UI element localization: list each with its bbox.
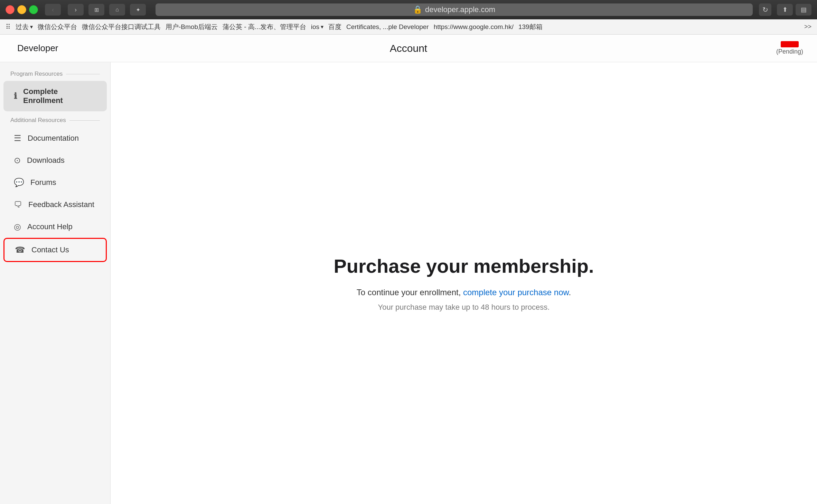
documentation-icon: ☰	[14, 133, 21, 143]
program-resources-label: Program Resources	[0, 71, 110, 81]
app-header: Developer Account (Pending)	[0, 35, 817, 62]
sidebar-item-feedback-assistant[interactable]: 🗨 Feedback Assistant	[3, 194, 107, 216]
feedback-icon: 🗨	[14, 200, 22, 209]
sidebar-item-downloads[interactable]: ⊙ Downloads	[3, 149, 107, 171]
forums-label: Forums	[30, 178, 56, 187]
content-note: Your purchase may take up to 48 hours to…	[334, 303, 594, 312]
bookmark-wechat-debug[interactable]: 微信公众平台接口调试工具	[82, 22, 161, 31]
window-chrome-bar: ‹ › ⊞ ⌂ ✦ 🔒 developer.apple.com ↻ ⬆ ▤	[0, 0, 817, 19]
url-bar[interactable]: 🔒 developer.apple.com	[156, 3, 753, 16]
sidebar-item-contact-us[interactable]: ☎ Contact Us	[4, 239, 106, 261]
contact-us-label: Contact Us	[31, 245, 69, 254]
forward-button[interactable]: ›	[68, 4, 84, 16]
additional-resources-label: Additional Resources	[0, 117, 110, 127]
documentation-label: Documentation	[28, 134, 79, 143]
bookmark-button[interactable]: ✦	[130, 4, 146, 16]
sidebar-toggle-button[interactable]: ▤	[796, 4, 811, 16]
info-circle-icon: ℹ	[14, 91, 17, 101]
phone-icon: ☎	[15, 245, 25, 255]
close-button[interactable]	[6, 5, 15, 14]
account-help-label: Account Help	[27, 222, 73, 231]
grid-icon[interactable]: ⠿	[6, 23, 11, 31]
sidebar-item-forums[interactable]: 💬 Forums	[3, 171, 107, 194]
bookmark-google[interactable]: https://www.google.com.hk/	[434, 23, 514, 31]
sidebar-item-documentation[interactable]: ☰ Documentation	[3, 127, 107, 149]
downloads-icon: ⊙	[14, 156, 21, 165]
bookmark-certificates[interactable]: Certificates, ...ple Developer	[346, 23, 429, 31]
toolbar-right: ⬆ ▤	[777, 4, 811, 16]
home-button[interactable]: ⌂	[109, 4, 125, 16]
bookmark-ios[interactable]: ios ▾	[311, 23, 323, 31]
content-inner: Purchase your membership. To continue yo…	[334, 255, 594, 312]
sidebar: Program Resources ℹ Complete Enrollment …	[0, 62, 111, 504]
developer-label: Developer	[17, 43, 58, 54]
sidebar-item-complete-enrollment[interactable]: ℹ Complete Enrollment	[3, 81, 107, 111]
subtitle-prefix: To continue your enrollment,	[357, 288, 463, 297]
lock-icon: 🔒	[413, 5, 422, 14]
sidebar-item-account-help[interactable]: ◎ Account Help	[3, 216, 107, 238]
share-button[interactable]: ⬆	[777, 4, 793, 16]
content-title: Purchase your membership.	[334, 255, 594, 277]
avatar[interactable]	[781, 41, 799, 47]
bookmark-bmob[interactable]: 用户-Bmob后端云	[166, 22, 218, 31]
url-text: developer.apple.com	[425, 5, 495, 14]
complete-enrollment-label: Complete Enrollment	[23, 87, 96, 105]
bookmarks-more[interactable]: >>	[804, 23, 811, 30]
content-subtitle: To continue your enrollment, complete yo…	[334, 288, 594, 297]
maximize-button[interactable]	[29, 5, 38, 14]
purchase-link[interactable]: complete your purchase now	[463, 288, 569, 297]
bookmarks-bar: ⠿ 过去 ▾ 微信公众平台 微信公众平台接口调试工具 用户-Bmob后端云 蒲公…	[0, 19, 817, 35]
bookmark-pgyer[interactable]: 蒲公英 - 高...发布、管理平台	[223, 22, 306, 31]
subtitle-suffix: .	[569, 288, 571, 297]
header-right: (Pending)	[776, 41, 803, 55]
main-layout: Program Resources ℹ Complete Enrollment …	[0, 62, 817, 504]
pending-label: (Pending)	[776, 48, 803, 55]
contact-us-wrapper: ☎ Contact Us	[3, 238, 107, 262]
bookmark-baidu[interactable]: 百度	[328, 22, 341, 31]
bookmark-past[interactable]: 过去 ▾	[16, 22, 33, 31]
feedback-assistant-label: Feedback Assistant	[28, 200, 94, 209]
bookmark-wechat[interactable]: 微信公众平台	[38, 22, 77, 31]
forums-icon: 💬	[14, 178, 24, 187]
tab-view-button[interactable]: ⊞	[88, 4, 104, 16]
back-button[interactable]: ‹	[45, 4, 61, 16]
reload-button[interactable]: ↻	[759, 3, 771, 16]
account-help-icon: ◎	[14, 222, 21, 232]
page-title: Account	[390, 43, 427, 54]
downloads-label: Downloads	[27, 156, 65, 165]
minimize-button[interactable]	[17, 5, 26, 14]
bookmark-139mail[interactable]: 139邮箱	[518, 22, 543, 31]
content-area: Purchase your membership. To continue yo…	[111, 62, 817, 504]
